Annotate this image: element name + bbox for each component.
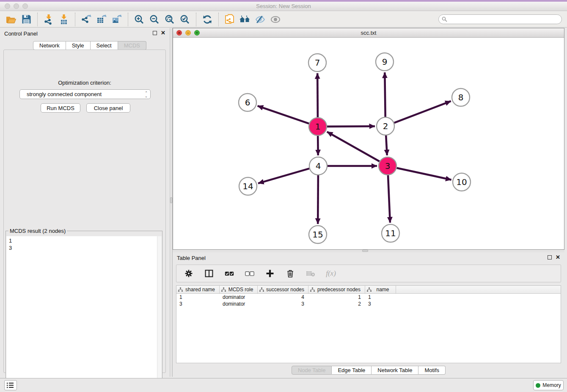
titlebar[interactable]: Session: New Session [0, 2, 567, 11]
edge-1-7[interactable] [317, 73, 318, 117]
zoom-selected-button[interactable] [177, 12, 193, 27]
svg-text:11: 11 [385, 228, 396, 238]
vertical-splitter[interactable] [170, 28, 173, 377]
delete-column-button[interactable] [285, 268, 296, 279]
column-header-predecessor-nodes[interactable]: predecessor nodes [308, 286, 365, 293]
chevron-up-down-icon: ⌃⌃ [145, 92, 148, 97]
node-6[interactable]: 6 [239, 94, 256, 111]
table-cell: 2 [308, 301, 365, 307]
column-header-successor-nodes[interactable]: successor nodes [258, 286, 308, 293]
tab-select[interactable]: Select [91, 41, 118, 50]
first-neighbors-button[interactable] [237, 12, 253, 27]
delete-table-button[interactable] [305, 268, 316, 279]
column-header-name[interactable]: name [365, 286, 396, 293]
node-8[interactable]: 8 [452, 88, 470, 106]
node-2[interactable]: 2 [377, 117, 394, 135]
edge-1-6[interactable] [258, 106, 309, 124]
refresh-button[interactable] [200, 12, 215, 27]
panel-selector-button[interactable] [4, 380, 17, 390]
import-table-icon [58, 14, 69, 25]
run-mcds-button[interactable]: Run MCDS [41, 103, 80, 113]
search-input[interactable] [438, 14, 562, 24]
table-cell: 1 [176, 294, 220, 301]
memory-button[interactable]: Memory [533, 380, 564, 390]
edge-3-1[interactable] [327, 132, 380, 161]
svg-text:7: 7 [315, 58, 320, 68]
tab-style[interactable]: Style [66, 41, 91, 50]
import-network-button[interactable] [41, 12, 56, 27]
toolbar-separator [37, 13, 38, 26]
column-header-shared-name[interactable]: shared name [176, 286, 220, 293]
open-session-button[interactable] [3, 12, 19, 27]
tab-network-table[interactable]: Network Table [372, 366, 418, 375]
tab-network[interactable]: Network [33, 41, 66, 50]
edge-3-11[interactable] [388, 175, 390, 223]
close-panel-button[interactable]: Close panel [86, 103, 130, 113]
network-file-icon [224, 14, 235, 25]
edge-1-4[interactable] [318, 136, 318, 155]
export-network-button[interactable] [79, 12, 94, 27]
node-14[interactable]: 14 [239, 177, 257, 195]
deselect-all-button[interactable] [244, 268, 255, 279]
edge-2-9[interactable] [385, 72, 385, 117]
node-15[interactable]: 15 [309, 226, 327, 243]
splitter-handle[interactable] [362, 250, 368, 252]
close-panel-icon[interactable]: ✕ [161, 31, 165, 35]
edge-3-10[interactable] [397, 168, 451, 180]
edge-2-3[interactable] [386, 135, 387, 155]
mcds-result-textarea[interactable]: 13 [6, 236, 162, 390]
list-icon [7, 382, 14, 389]
zoom-in-button[interactable] [132, 12, 147, 27]
show-all-button[interactable] [268, 12, 283, 27]
table-row[interactable]: 1dominator411 [176, 294, 561, 301]
network-window-titlebar[interactable]: ✕ − + scc.txt [173, 28, 564, 38]
tab-motifs[interactable]: Motifs [418, 366, 446, 375]
import-table-button[interactable] [56, 12, 72, 27]
select-all-button[interactable] [224, 268, 235, 279]
table-cell: 3 [365, 301, 396, 307]
table-body: 1dominator4113dominator323 [176, 294, 561, 307]
function-builder-button[interactable]: f(x) [325, 268, 336, 279]
zoom-out-button[interactable] [147, 12, 162, 27]
table-cell: 4 [258, 294, 308, 301]
edge-1-2[interactable] [327, 126, 375, 127]
node-9[interactable]: 9 [376, 53, 394, 71]
save-icon [21, 14, 32, 25]
memory-label: Memory [542, 382, 561, 388]
svg-text:8: 8 [458, 92, 464, 102]
node-10[interactable]: 10 [453, 173, 471, 191]
close-panel-icon[interactable]: ✕ [556, 255, 560, 259]
export-image-button[interactable] [109, 12, 124, 27]
open-network-file-button[interactable] [222, 12, 237, 27]
criterion-dropdown[interactable]: strongly connected component ⌃⌃ [19, 89, 151, 99]
tab-mcds[interactable]: MCDS [118, 41, 146, 50]
node-1[interactable]: 1 [309, 118, 327, 135]
edge-4-15[interactable] [318, 175, 318, 224]
edge-4-14[interactable] [258, 168, 309, 183]
edge-2-8[interactable] [394, 101, 451, 123]
result-scrollbar[interactable] [157, 236, 162, 390]
node-3[interactable]: 3 [379, 157, 396, 175]
table-toolbar: f(x) [176, 265, 561, 282]
save-session-button[interactable] [19, 12, 34, 27]
eye-slash-icon [255, 14, 266, 25]
node-11[interactable]: 11 [382, 224, 399, 242]
float-panel-icon[interactable] [153, 31, 157, 35]
column-header-MCDS-role[interactable]: MCDS role [220, 286, 258, 293]
export-table-button[interactable] [94, 12, 109, 27]
node-4[interactable]: 4 [309, 157, 327, 175]
settings-button[interactable] [183, 268, 194, 279]
table-row[interactable]: 3dominator323 [176, 301, 561, 307]
node-7[interactable]: 7 [308, 54, 326, 72]
add-column-button[interactable] [264, 268, 275, 279]
criterion-value: strongly connected component [27, 91, 102, 97]
network-canvas[interactable]: 7968124314101511 [173, 38, 564, 249]
hide-selected-button[interactable] [253, 12, 268, 27]
table-cell: 1 [365, 294, 396, 301]
splitter-handle[interactable] [170, 197, 172, 203]
show-column-panel-button[interactable] [204, 268, 215, 279]
tab-node-table[interactable]: Node Table [292, 366, 332, 375]
tab-edge-table[interactable]: Edge Table [332, 366, 372, 375]
zoom-fit-button[interactable] [162, 12, 177, 27]
float-panel-icon[interactable] [548, 255, 552, 259]
